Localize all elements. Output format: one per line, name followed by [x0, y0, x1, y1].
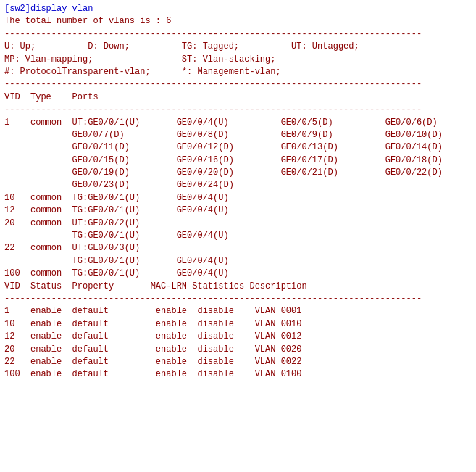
- terminal-line-row20: 20 enable default enable disable VLAN 00…: [4, 344, 472, 356]
- terminal-line-vlan10: 10 common TG:GE0/0/1(U) GE0/0/4(U): [4, 192, 472, 204]
- terminal-line-vlan22_2: TG:GE0/0/1(U) GE0/0/4(U): [4, 255, 472, 268]
- terminal-line-legend3: #: ProtocolTransparent-vlan; *: Manageme…: [4, 66, 472, 78]
- terminal-line-vlan12: 12 common TG:GE0/0/1(U) GE0/0/4(U): [4, 204, 472, 217]
- terminal-line-legend2: MP: Vlan-mapping; ST: Vlan-stacking;: [4, 54, 472, 66]
- terminal-line-vlan1_4: GE0/0/15(D) GE0/0/16(D) GE0/0/17(D) GE0/…: [4, 154, 472, 167]
- terminal-line-vlan1_5: GE0/0/19(D) GE0/0/20(D) GE0/0/21(D) GE0/…: [4, 167, 472, 179]
- terminal-line-header: VID Type Ports: [4, 91, 472, 104]
- terminal-line-prompt: [sw2]display vlan: [4, 3, 472, 15]
- terminal-line-vlan1_1: 1 common UT:GE0/0/1(U) GE0/0/4(U) GE0/0/…: [4, 117, 472, 129]
- terminal-line-total: The total number of vlans is : 6: [4, 15, 472, 28]
- terminal-line-hr4: ----------------------------------------…: [4, 293, 472, 305]
- terminal-line-vlan22_1: 22 common UT:GE0/0/3(U): [4, 242, 472, 254]
- terminal-line-legend1: U: Up; D: Down; TG: Tagged; UT: Untagged…: [4, 41, 472, 53]
- terminal-line-row10: 10 enable default enable disable VLAN 00…: [4, 318, 472, 331]
- terminal-line-vlan100: 100 common TG:GE0/0/1(U) GE0/0/4(U): [4, 268, 472, 280]
- terminal-line-row100: 100 enable default enable disable VLAN 0…: [4, 368, 472, 381]
- terminal-line-vlan1_2: GE0/0/7(D) GE0/0/8(D) GE0/0/9(D) GE0/0/1…: [4, 129, 472, 141]
- terminal-line-row1: 1 enable default enable disable VLAN 000…: [4, 305, 472, 318]
- terminal-line-header2: VID Status Property MAC-LRN Statistics D…: [4, 281, 472, 293]
- terminal-line-vlan1_6: GE0/0/23(D) GE0/0/24(D): [4, 179, 472, 191]
- terminal-line-hr3: ----------------------------------------…: [4, 104, 472, 116]
- terminal-window: [sw2]display vlanThe total number of vla…: [0, 0, 476, 472]
- terminal-line-vlan20_1: 20 common UT:GE0/0/2(U): [4, 218, 472, 230]
- terminal-line-row12: 12 enable default enable disable VLAN 00…: [4, 331, 472, 343]
- terminal-line-row22: 22 enable default enable disable VLAN 00…: [4, 356, 472, 368]
- terminal-line-vlan20_2: TG:GE0/0/1(U) GE0/0/4(U): [4, 230, 472, 242]
- terminal-line-hr1: ----------------------------------------…: [4, 28, 472, 41]
- terminal-line-vlan1_3: GE0/0/11(D) GE0/0/12(D) GE0/0/13(D) GE0/…: [4, 141, 472, 154]
- terminal-line-hr2: ----------------------------------------…: [4, 78, 472, 91]
